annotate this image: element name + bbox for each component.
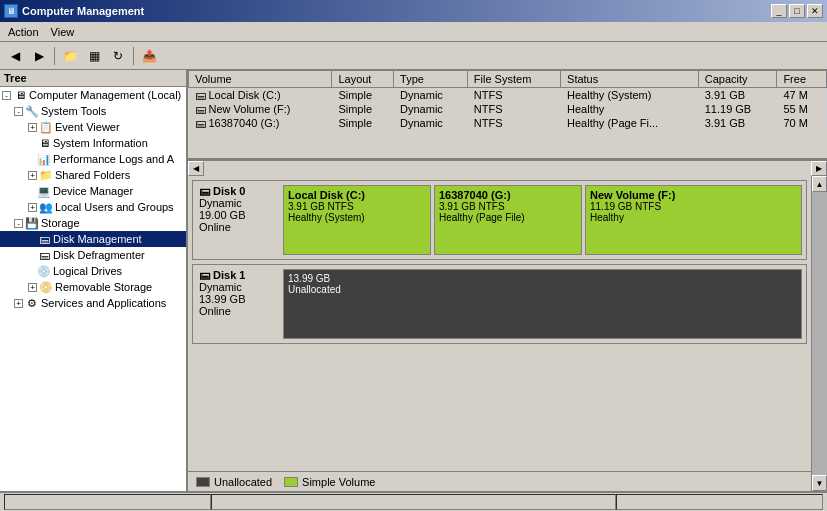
- cell-volume: 🖴 Local Disk (C:): [189, 88, 332, 103]
- maximize-button[interactable]: □: [789, 4, 805, 18]
- scroll-track: [812, 192, 827, 475]
- disk-row: 🖴 Disk 1 Dynamic 13.99 GB Online 13.99 G…: [192, 264, 807, 344]
- partition-status: Healthy: [590, 212, 797, 223]
- cell-free: 47 M: [777, 88, 827, 103]
- partition-name: New Volume (F:): [590, 189, 797, 201]
- minimize-button[interactable]: _: [771, 4, 787, 18]
- tree-item-event-viewer[interactable]: + 📋 Event Viewer: [0, 119, 186, 135]
- close-button[interactable]: ✕: [807, 4, 823, 18]
- tree-item-shared-folders[interactable]: + 📁 Shared Folders: [0, 167, 186, 183]
- info-icon: 🖥: [37, 136, 51, 150]
- menu-action[interactable]: Action: [2, 24, 45, 40]
- refresh-button[interactable]: ↻: [107, 45, 129, 67]
- expand-icon[interactable]: -: [14, 107, 23, 116]
- view1-button[interactable]: ▦: [83, 45, 105, 67]
- scroll-h-track[interactable]: [204, 161, 811, 176]
- h-scrollbar-volume[interactable]: ◀ ▶: [188, 160, 827, 176]
- forward-button[interactable]: ▶: [28, 45, 50, 67]
- cell-capacity: 11.19 GB: [698, 102, 777, 116]
- back-button[interactable]: ◀: [4, 45, 26, 67]
- app-icon: 🖥: [4, 4, 18, 18]
- toolbar: ◀ ▶ 📁 ▦ ↻ 📤: [0, 42, 827, 70]
- partition-status: Healthy (System): [288, 212, 426, 223]
- scroll-left-btn[interactable]: ◀: [188, 161, 204, 176]
- computer-icon: 🖥: [13, 88, 27, 102]
- storage-icon: 💾: [25, 216, 39, 230]
- cell-volume: 🖴 New Volume (F:): [189, 102, 332, 116]
- tree-item-device-manager[interactable]: 💻 Device Manager: [0, 183, 186, 199]
- partition-status: Unallocated: [288, 284, 797, 295]
- partition[interactable]: New Volume (F:) 11.19 GB NTFS Healthy: [585, 185, 802, 255]
- tree-item-logical-drives[interactable]: 💿 Logical Drives: [0, 263, 186, 279]
- expand-icon[interactable]: +: [28, 171, 37, 180]
- scroll-right-btn[interactable]: ▶: [811, 161, 827, 176]
- tree-item-computer-management[interactable]: - 🖥 Computer Management (Local): [0, 87, 186, 103]
- menu-view[interactable]: View: [45, 24, 81, 40]
- scroll-down-btn[interactable]: ▼: [812, 475, 827, 491]
- col-status[interactable]: Status: [561, 71, 699, 88]
- legend-label: Unallocated: [214, 476, 272, 488]
- cell-status: Healthy (System): [561, 88, 699, 103]
- v-scrollbar[interactable]: ▲ ▼: [811, 176, 827, 491]
- table-row[interactable]: 🖴 New Volume (F:) Simple Dynamic NTFS He…: [189, 102, 827, 116]
- partition-size: 11.19 GB NTFS: [590, 201, 797, 212]
- expand-icon[interactable]: +: [14, 299, 23, 308]
- expand-icon[interactable]: +: [28, 203, 37, 212]
- scroll-up-btn[interactable]: ▲: [812, 176, 827, 192]
- menu-bar: Action View: [0, 22, 827, 42]
- partition[interactable]: 16387040 (G:) 3.91 GB NTFS Healthy (Page…: [434, 185, 582, 255]
- folder-button[interactable]: 📁: [59, 45, 81, 67]
- col-type[interactable]: Type: [394, 71, 468, 88]
- tree-item-services[interactable]: + ⚙ Services and Applications: [0, 295, 186, 311]
- main-layout: Tree - 🖥 Computer Management (Local) - 🔧…: [0, 70, 827, 491]
- disk-partitions: Local Disk (C:) 3.91 GB NTFS Healthy (Sy…: [283, 181, 806, 259]
- table-row[interactable]: 🖴 Local Disk (C:) Simple Dynamic NTFS He…: [189, 88, 827, 103]
- services-icon: ⚙: [25, 296, 39, 310]
- cell-free: 70 M: [777, 116, 827, 130]
- partition[interactable]: Local Disk (C:) 3.91 GB NTFS Healthy (Sy…: [283, 185, 431, 255]
- disk-type: Dynamic: [199, 197, 277, 209]
- window-title: Computer Management: [22, 5, 144, 17]
- tree-item-storage[interactable]: - 💾 Storage: [0, 215, 186, 231]
- disk-title: 🖴 Disk 1: [199, 269, 277, 281]
- disk-status: Online: [199, 305, 277, 317]
- legend-bar: Unallocated Simple Volume: [188, 471, 811, 491]
- cell-type: Dynamic: [394, 102, 468, 116]
- tree-item-system-tools[interactable]: - 🔧 System Tools: [0, 103, 186, 119]
- partition-status: Healthy (Page File): [439, 212, 577, 223]
- col-layout[interactable]: Layout: [332, 71, 394, 88]
- tools-icon: 🔧: [25, 104, 39, 118]
- tree-label: Disk Management: [53, 233, 142, 245]
- disk-section: 🖴 Disk 0 Dynamic 19.00 GB Online Local D…: [188, 176, 827, 491]
- tree-item-disk-management[interactable]: 🖴 Disk Management: [0, 231, 186, 247]
- tree-item-disk-defrag[interactable]: 🖴 Disk Defragmenter: [0, 247, 186, 263]
- cell-capacity: 3.91 GB: [698, 88, 777, 103]
- tree-item-removable[interactable]: + 📀 Removable Storage: [0, 279, 186, 295]
- tree-item-perf-logs[interactable]: 📊 Performance Logs and A: [0, 151, 186, 167]
- perf-icon: 📊: [37, 152, 51, 166]
- cell-layout: Simple: [332, 88, 394, 103]
- disk-icon: 🖴: [195, 117, 206, 129]
- table-row[interactable]: 🖴 16387040 (G:) Simple Dynamic NTFS Heal…: [189, 116, 827, 130]
- tree-item-local-users[interactable]: + 👥 Local Users and Groups: [0, 199, 186, 215]
- cell-status: Healthy: [561, 102, 699, 116]
- expand-icon[interactable]: +: [28, 283, 37, 292]
- tree-item-system-info[interactable]: 🖥 System Information: [0, 135, 186, 151]
- cell-volume: 🖴 16387040 (G:): [189, 116, 332, 130]
- expand-icon[interactable]: -: [14, 219, 23, 228]
- cell-fs: NTFS: [467, 116, 560, 130]
- disk-small-icon: 🖴: [199, 185, 210, 197]
- disk-icon: 🖴: [195, 103, 206, 115]
- col-volume[interactable]: Volume: [189, 71, 332, 88]
- col-free[interactable]: Free: [777, 71, 827, 88]
- status-pane-1: [4, 494, 211, 510]
- cell-capacity: 3.91 GB: [698, 116, 777, 130]
- export-button[interactable]: 📤: [138, 45, 160, 67]
- col-fs[interactable]: File System: [467, 71, 560, 88]
- partition[interactable]: 13.99 GB Unallocated: [283, 269, 802, 339]
- logical-icon: 💿: [37, 264, 51, 278]
- expand-icon[interactable]: +: [28, 123, 37, 132]
- col-capacity[interactable]: Capacity: [698, 71, 777, 88]
- expand-icon[interactable]: -: [2, 91, 11, 100]
- removable-icon: 📀: [39, 280, 53, 294]
